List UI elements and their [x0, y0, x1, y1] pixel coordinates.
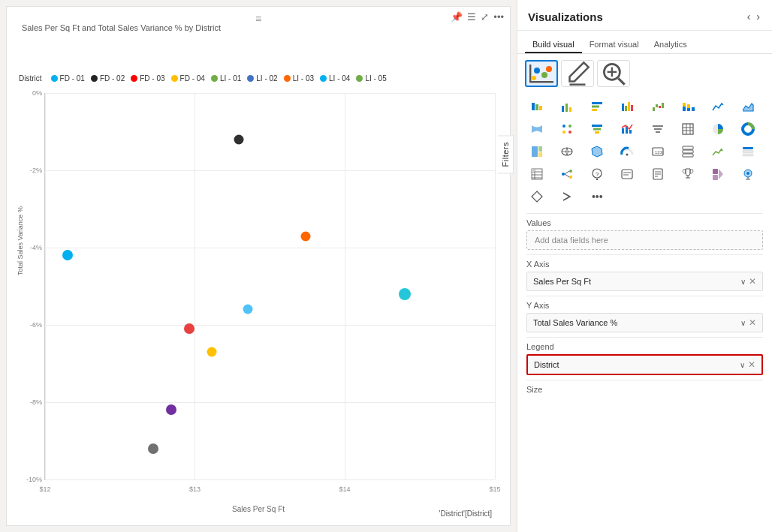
diamond-icon[interactable]	[525, 186, 549, 207]
x-axis-section: X Axis Sales Per Sq Ft ∨ ✕	[517, 255, 772, 296]
grid-line-h0	[45, 93, 495, 94]
svg-point-2	[534, 68, 540, 74]
scatter-chart-icon[interactable]	[525, 60, 558, 87]
svg-rect-66	[743, 151, 753, 153]
x-axis-field-value[interactable]: Sales Per Sq Ft ∨ ✕	[526, 272, 763, 291]
svg-rect-62	[683, 150, 693, 153]
y-axis-label: Total Sales Variance %	[17, 206, 24, 275]
x-axis-close-icon[interactable]: ✕	[749, 276, 756, 287]
svg-point-33	[562, 125, 565, 128]
y-axis-close-icon[interactable]: ✕	[749, 317, 756, 328]
stacked-bar-icon[interactable]	[525, 96, 549, 117]
map-icon[interactable]	[555, 141, 579, 162]
legend-field-value[interactable]: District ∨ ✕	[526, 354, 763, 375]
funnel-chart-icon[interactable]	[585, 119, 609, 140]
kpi-icon[interactable]	[706, 141, 730, 162]
y-axis-chevron-icon[interactable]: ∨	[740, 319, 746, 327]
svg-point-5	[532, 76, 536, 80]
tab-analytics[interactable]: Analytics	[647, 37, 695, 53]
more-viz-icon[interactable]: •••	[585, 186, 609, 207]
svg-rect-14	[562, 106, 564, 112]
scatter-matrix-icon[interactable]	[555, 119, 579, 140]
y-axis-field-value[interactable]: Total Sales Variance % ∨ ✕	[526, 313, 763, 332]
waterfall-icon[interactable]	[646, 96, 670, 117]
svg-rect-92	[713, 175, 718, 180]
donut-chart-icon[interactable]	[736, 119, 760, 140]
data-point-fd01[interactable]	[62, 250, 73, 260]
svg-rect-11	[532, 103, 535, 110]
nav-right-arrow[interactable]: ›	[755, 9, 761, 24]
data-point-li03[interactable]	[243, 305, 252, 314]
svg-rect-39	[595, 131, 599, 134]
legend-close-icon[interactable]: ✕	[748, 359, 755, 370]
svg-point-58	[626, 154, 629, 156]
ribbon-chart-icon[interactable]	[525, 119, 549, 140]
combo-chart-icon[interactable]	[615, 119, 639, 140]
svg-rect-26	[659, 106, 661, 108]
nav-left-arrow[interactable]: ‹	[746, 9, 752, 24]
data-point-li02[interactable]	[301, 231, 311, 241]
svg-rect-24	[653, 107, 655, 111]
area-chart-icon[interactable]	[736, 96, 760, 117]
svg-rect-12	[535, 104, 538, 110]
data-point-fd02[interactable]	[234, 134, 243, 144]
bar-chart-icon[interactable]	[615, 96, 639, 117]
drag-handle[interactable]: ≡	[255, 13, 261, 25]
x-axis-chevron-icon[interactable]: ∨	[740, 278, 746, 286]
legend-item-fd02: FD - 02	[91, 74, 125, 83]
y-tick-0: 0%	[32, 89, 42, 97]
pie-chart-icon[interactable]	[706, 119, 730, 140]
smart-narrative-icon[interactable]	[615, 164, 639, 185]
treemap-icon[interactable]	[525, 141, 549, 162]
legend-chevron-icon[interactable]: ∨	[740, 361, 745, 369]
legend-section: Legend District ∨ ✕	[517, 338, 772, 380]
svg-rect-17	[592, 102, 602, 104]
data-point-fd04[interactable]	[207, 347, 216, 357]
filter-icon-viz[interactable]	[646, 119, 670, 140]
data-point-li04[interactable]	[148, 443, 158, 454]
svg-point-3	[541, 72, 547, 78]
analytics-search-icon[interactable]	[597, 60, 630, 87]
grid-line-v0	[45, 93, 46, 479]
svg-point-74	[562, 173, 565, 176]
svg-rect-38	[593, 128, 601, 131]
values-field-box[interactable]: Add data fields here	[526, 230, 763, 250]
data-point-li01[interactable]	[166, 404, 176, 415]
line-chart-icon[interactable]	[706, 96, 730, 117]
filled-map-icon[interactable]	[585, 141, 609, 162]
multi-row-card-icon[interactable]	[676, 141, 700, 162]
data-point-fd03[interactable]	[184, 323, 195, 334]
svg-rect-20	[622, 104, 624, 111]
pin-icon[interactable]: 📌	[451, 11, 463, 23]
data-point-li05[interactable]	[399, 288, 411, 300]
paginated-report-icon[interactable]	[646, 164, 670, 185]
forward-icon[interactable]	[555, 186, 579, 207]
table-icon[interactable]	[676, 119, 700, 140]
decomp-tree-icon[interactable]	[555, 164, 579, 185]
legend-dot-fd04	[171, 75, 178, 82]
grouped-bar-icon[interactable]	[585, 96, 609, 117]
stacked-column-icon[interactable]	[676, 96, 700, 117]
azure-map-icon[interactable]	[736, 164, 760, 185]
gauge-icon[interactable]	[615, 141, 639, 162]
more-icon[interactable]: •••	[493, 11, 504, 23]
trophy-icon[interactable]	[676, 164, 700, 185]
expand-icon[interactable]: ⤢	[481, 11, 489, 23]
column-chart-icon[interactable]	[555, 96, 579, 117]
svg-rect-61	[683, 146, 693, 149]
matrix-icon[interactable]	[525, 164, 549, 185]
card-icon[interactable]: 123	[646, 141, 670, 162]
tab-format-visual[interactable]: Format visual	[582, 37, 647, 53]
svg-rect-55	[538, 152, 542, 157]
power-apps-icon[interactable]	[706, 164, 730, 185]
y-axis-section: Y Axis Total Sales Variance % ∨ ✕	[517, 296, 772, 337]
qa-icon[interactable]: ?	[585, 164, 609, 185]
pen-icon[interactable]	[561, 60, 594, 87]
filters-tab[interactable]: Filters	[498, 135, 514, 173]
slicer-icon[interactable]	[736, 141, 760, 162]
svg-point-36	[568, 131, 571, 134]
svg-rect-65	[743, 147, 753, 149]
filter-icon[interactable]: ☰	[467, 11, 476, 23]
tab-build-visual[interactable]: Build visual	[525, 37, 582, 53]
svg-rect-42	[629, 130, 632, 134]
